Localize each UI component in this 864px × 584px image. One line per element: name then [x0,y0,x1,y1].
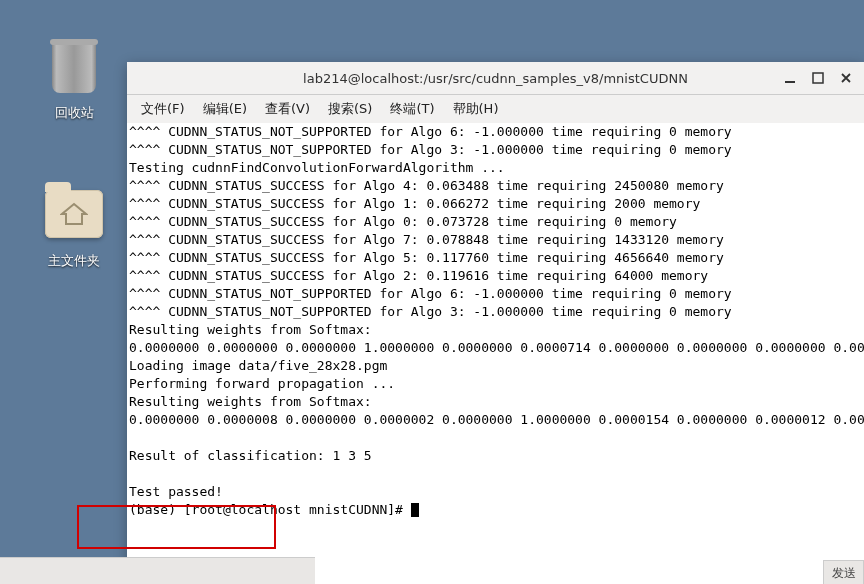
menubar: 文件(F) 编辑(E) 查看(V) 搜索(S) 终端(T) 帮助(H) [127,95,864,123]
taskbar-send-button[interactable]: 发送 [823,560,864,584]
terminal-line: Resulting weights from Softmax: [127,393,864,411]
desktop-icon-label: 回收站 [55,105,94,120]
svg-rect-1 [813,73,823,83]
terminal-line: Result of classification: 1 3 5 [127,447,864,465]
terminal-line: Loading image data/five_28x28.pgm [127,357,864,375]
terminal-line: 0.0000000 0.0000008 0.0000000 0.0000002 … [127,411,864,429]
window-title: lab214@localhost:/usr/src/cudnn_samples_… [303,71,688,86]
cursor-icon [411,503,419,517]
terminal-line: Resulting weights from Softmax: [127,321,864,339]
minimize-button[interactable] [776,64,804,92]
terminal-line: 0.0000000 0.0000000 0.0000000 1.0000000 … [127,339,864,357]
menu-edit[interactable]: 编辑(E) [195,98,255,120]
close-button[interactable] [832,64,860,92]
menu-help[interactable]: 帮助(H) [445,98,507,120]
taskbar-fragment [0,557,315,584]
trash-icon [42,34,106,98]
terminal-line: ^^^^ CUDNN_STATUS_SUCCESS for Algo 4: 0.… [127,177,864,195]
minimize-icon [784,72,796,84]
maximize-button[interactable] [804,64,832,92]
terminal-line: ^^^^ CUDNN_STATUS_NOT_SUPPORTED for Algo… [127,285,864,303]
desktop-icon-label: 主文件夹 [48,253,100,268]
close-icon [840,72,852,84]
terminal-line: ^^^^ CUDNN_STATUS_SUCCESS for Algo 5: 0.… [127,249,864,267]
terminal-line: ^^^^ CUDNN_STATUS_SUCCESS for Algo 7: 0.… [127,231,864,249]
terminal-line: Testing cudnnFindConvolutionForwardAlgor… [127,159,864,177]
terminal-window: lab214@localhost:/usr/src/cudnn_samples_… [127,62,864,584]
menu-terminal[interactable]: 终端(T) [382,98,442,120]
desktop-icon-trash[interactable]: 回收站 [24,34,124,122]
menu-file[interactable]: 文件(F) [133,98,193,120]
terminal-prompt[interactable]: (base) [root@localhost mnistCUDNN]# [127,501,864,519]
terminal-line: ^^^^ CUDNN_STATUS_NOT_SUPPORTED for Algo… [127,141,864,159]
window-controls [776,62,860,94]
menu-search[interactable]: 搜索(S) [320,98,380,120]
terminal-line: Test passed! [127,483,864,501]
home-icon [60,202,88,226]
terminal-line: ^^^^ CUDNN_STATUS_SUCCESS for Algo 2: 0.… [127,267,864,285]
desktop-icon-home[interactable]: 主文件夹 [24,182,124,270]
terminal-line: ^^^^ CUDNN_STATUS_NOT_SUPPORTED for Algo… [127,303,864,321]
svg-rect-0 [785,81,795,83]
terminal-line: ^^^^ CUDNN_STATUS_NOT_SUPPORTED for Algo… [127,123,864,141]
terminal-line [127,465,864,483]
folder-icon [42,182,106,246]
terminal-line: ^^^^ CUDNN_STATUS_SUCCESS for Algo 0: 0.… [127,213,864,231]
titlebar[interactable]: lab214@localhost:/usr/src/cudnn_samples_… [127,62,864,95]
menu-view[interactable]: 查看(V) [257,98,318,120]
terminal-output[interactable]: ^^^^ CUDNN_STATUS_NOT_SUPPORTED for Algo… [127,123,864,584]
maximize-icon [812,72,824,84]
terminal-line: ^^^^ CUDNN_STATUS_SUCCESS for Algo 1: 0.… [127,195,864,213]
terminal-line: Performing forward propagation ... [127,375,864,393]
terminal-line [127,429,864,447]
